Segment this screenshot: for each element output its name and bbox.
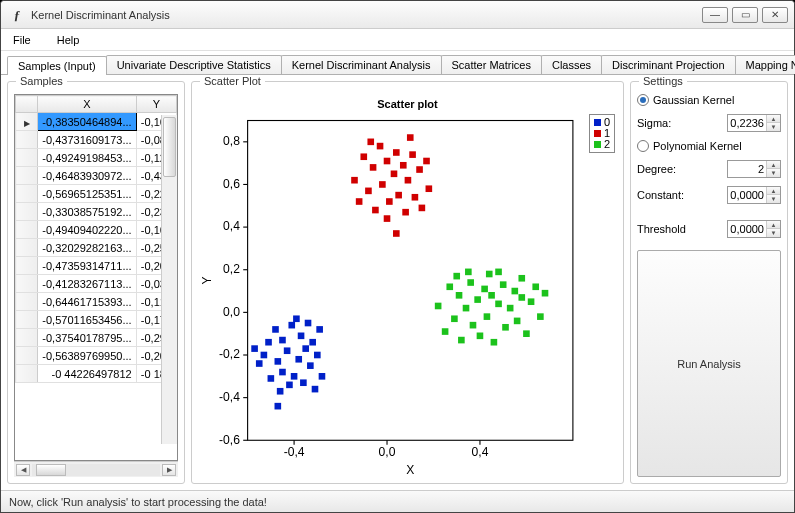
sigma-input[interactable] [728, 115, 766, 131]
table-row[interactable]: -0,47359314711...-0,200 [16, 257, 177, 275]
svg-text:0,0: 0,0 [223, 305, 240, 319]
table-row[interactable]: -0 44226497812-0 185 [16, 365, 177, 383]
svg-rect-39 [302, 345, 309, 352]
svg-rect-101 [528, 298, 535, 305]
svg-rect-65 [402, 209, 409, 216]
spinner-up-icon[interactable]: ▲ [766, 115, 780, 123]
table-row[interactable]: -0,43731609173...-0,087 [16, 131, 177, 149]
threshold-spinner[interactable]: ▲▼ [727, 220, 781, 238]
svg-rect-73 [356, 198, 363, 205]
svg-rect-42 [309, 339, 316, 346]
hscroll-left-icon[interactable]: ◀ [16, 464, 30, 476]
table-row[interactable]: -0,64461715393...-0,115 [16, 293, 177, 311]
svg-rect-68 [412, 194, 419, 201]
svg-rect-64 [400, 162, 407, 169]
svg-rect-102 [532, 283, 539, 290]
constant-spinner[interactable]: ▲▼ [727, 186, 781, 204]
menu-file[interactable]: File [7, 32, 37, 48]
svg-rect-69 [416, 166, 423, 173]
threshold-label: Threshold [637, 223, 686, 235]
polynomial-kernel-radio[interactable]: Polynomial Kernel [637, 140, 781, 152]
svg-rect-105 [465, 269, 472, 276]
svg-rect-43 [312, 386, 319, 393]
titlebar[interactable]: ƒ Kernel Discriminant Analysis — ▭ ✕ [1, 1, 794, 29]
svg-rect-57 [377, 143, 384, 150]
run-analysis-button[interactable]: Run Analysis [637, 250, 781, 477]
tab-classes[interactable]: Classes [541, 55, 602, 74]
svg-rect-37 [298, 333, 305, 340]
table-row[interactable]: -0,41283267113...-0,039 [16, 275, 177, 293]
svg-rect-88 [477, 333, 484, 340]
svg-rect-95 [502, 324, 509, 331]
samples-group: Samples XY-0,38350464894...-0,162-0,4373… [7, 81, 185, 484]
svg-rect-52 [351, 177, 358, 184]
settings-group: Settings Gaussian Kernel Sigma: ▲▼ Polyn… [630, 81, 788, 484]
svg-rect-32 [279, 369, 286, 376]
degree-spinner[interactable]: ▲▼ [727, 160, 781, 178]
svg-rect-44 [314, 352, 321, 359]
table-row[interactable]: -0,33038575192...-0,232 [16, 203, 177, 221]
svg-rect-71 [423, 158, 430, 165]
svg-rect-86 [470, 322, 477, 329]
svg-rect-55 [370, 164, 377, 171]
table-row[interactable]: -0,56965125351...-0,227 [16, 185, 177, 203]
table-row[interactable]: -0,49409402220...-0,168 [16, 221, 177, 239]
svg-rect-80 [446, 283, 453, 290]
menu-help[interactable]: Help [51, 32, 86, 48]
table-row[interactable]: -0,32029282163...-0,251 [16, 239, 177, 257]
tab-samples-input[interactable]: Samples (Input) [7, 56, 107, 75]
sigma-label: Sigma: [637, 117, 671, 129]
svg-rect-66 [405, 177, 412, 184]
tab-mapping-navigation[interactable]: Mapping Navigation [735, 55, 795, 74]
table-row[interactable]: -0,56389769950...-0,207 [16, 347, 177, 365]
scatter-group: Scatter Plot Scatter plot 0 1 2 -0,6-0,4… [191, 81, 624, 484]
tab-scatter-matrices[interactable]: Scatter Matrices [441, 55, 542, 74]
maximize-button[interactable]: ▭ [732, 7, 758, 23]
samples-table[interactable]: XY-0,38350464894...-0,162-0,43731609173.… [14, 94, 178, 461]
table-row[interactable]: -0,57011653456...-0,173 [16, 311, 177, 329]
svg-rect-51 [275, 403, 282, 410]
hscroll-right-icon[interactable]: ▶ [162, 464, 176, 476]
svg-rect-92 [491, 339, 498, 346]
close-button[interactable]: ✕ [762, 7, 788, 23]
threshold-input[interactable] [728, 221, 766, 237]
tab-kernel-discriminant[interactable]: Kernel Discriminant Analysis [281, 55, 442, 74]
tab-univariate-stats[interactable]: Univariate Descriptive Statistics [106, 55, 282, 74]
table-row[interactable]: -0,38350464894...-0,162 [16, 113, 177, 131]
constant-label: Constant: [637, 189, 684, 201]
minimize-button[interactable]: — [702, 7, 728, 23]
svg-rect-26 [265, 339, 272, 346]
svg-rect-99 [518, 294, 525, 301]
spinner-down-icon[interactable]: ▼ [766, 123, 780, 131]
sigma-spinner[interactable]: ▲▼ [727, 114, 781, 132]
svg-rect-77 [384, 215, 391, 222]
svg-rect-78 [435, 303, 442, 310]
svg-rect-60 [386, 198, 393, 205]
svg-rect-100 [523, 330, 530, 337]
svg-rect-74 [426, 185, 433, 192]
samples-hscroll[interactable]: ◀ ▶ [14, 461, 178, 477]
svg-text:-0,4: -0,4 [284, 445, 305, 459]
samples-group-title: Samples [16, 75, 67, 87]
svg-rect-40 [305, 320, 312, 327]
tab-discriminant-projection[interactable]: Discriminant Projection [601, 55, 735, 74]
degree-input[interactable] [728, 161, 766, 177]
radio-off-icon [637, 140, 649, 152]
samples-vscroll[interactable] [161, 115, 177, 444]
table-row[interactable]: -0,37540178795...-0,292 [16, 329, 177, 347]
svg-rect-56 [372, 207, 379, 214]
svg-rect-47 [251, 345, 258, 352]
svg-rect-89 [481, 286, 488, 293]
scatter-group-title: Scatter Plot [200, 75, 265, 87]
svg-text:-0,2: -0,2 [219, 347, 240, 361]
svg-rect-108 [518, 275, 525, 282]
svg-rect-85 [467, 279, 474, 286]
table-row[interactable]: -0,46483930972...-0,437 [16, 167, 177, 185]
svg-text:X: X [406, 463, 414, 477]
table-row[interactable]: -0,49249198453...-0,127 [16, 149, 177, 167]
menubar: File Help [1, 29, 794, 51]
app-icon: ƒ [9, 7, 25, 23]
gaussian-kernel-radio[interactable]: Gaussian Kernel [637, 94, 781, 106]
scatter-plot: -0,6-0,4-0,20,00,20,40,60,8-0,40,00,4XY [198, 114, 617, 480]
constant-input[interactable] [728, 187, 766, 203]
